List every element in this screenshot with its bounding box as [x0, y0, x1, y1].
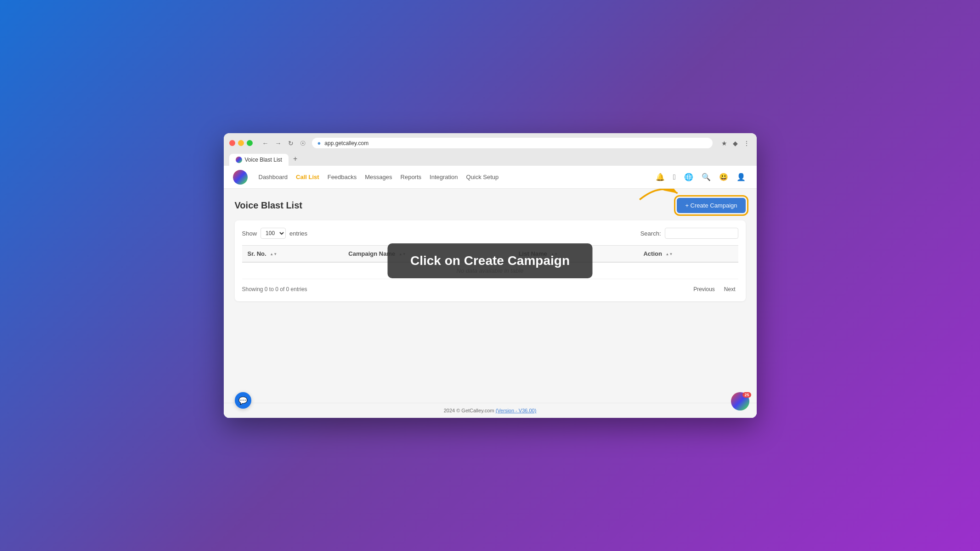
sort-arrows-sr: ▲▼	[270, 252, 277, 256]
site-favicon: ●	[317, 140, 321, 146]
search-icon[interactable]: 🔍	[700, 171, 713, 183]
tab-bar: Voice Blast List +	[229, 152, 751, 166]
address-text: app.getcalley.com	[324, 140, 368, 146]
traffic-lights	[229, 140, 253, 146]
nav-feedbacks[interactable]: Feedbacks	[328, 172, 357, 182]
pagination: Previous Next	[691, 285, 738, 294]
home-button[interactable]: ☉	[298, 139, 308, 148]
table-card: Show 100 50 25 10 entries Search:	[235, 220, 746, 301]
chat-icon: 💬	[238, 396, 248, 405]
showing-text: Showing 0 to 0 of 0 entries	[242, 286, 307, 292]
bell-icon[interactable]: 😃	[717, 171, 730, 183]
address-bar[interactable]: ● app.getcalley.com	[312, 138, 713, 148]
chat-widget[interactable]: 💬	[235, 392, 251, 409]
entries-label: entries	[289, 230, 307, 237]
active-tab[interactable]: Voice Blast List	[229, 154, 289, 166]
app-content: Dashboard Call List Feedbacks Messages R…	[224, 166, 757, 418]
browser-toolbar-icons: ★ ◆ ⋮	[720, 138, 751, 148]
new-tab-button[interactable]: +	[289, 152, 302, 166]
entries-select[interactable]: 100 50 25 10	[261, 228, 286, 239]
search-input[interactable]	[665, 228, 738, 239]
minimize-window-button[interactable]	[238, 140, 244, 146]
nav-messages[interactable]: Messages	[365, 172, 392, 182]
create-campaign-wrapper: + Create Campaign	[677, 198, 745, 213]
previous-button[interactable]: Previous	[691, 285, 718, 294]
globe-icon[interactable]: 🌐	[682, 171, 695, 183]
nav-call-list[interactable]: Call List	[296, 172, 319, 182]
nav-reports[interactable]: Reports	[401, 172, 422, 182]
logo[interactable]	[233, 170, 248, 185]
no-data-cell: No data available in table	[242, 262, 738, 279]
tab-title: Voice Blast List	[245, 157, 282, 163]
sort-arrows-campaign: ▲▼	[399, 252, 406, 256]
user-icon[interactable]: 👤	[735, 171, 748, 183]
nav-quick-setup[interactable]: Quick Setup	[466, 172, 499, 182]
show-entries: Show 100 50 25 10 entries	[242, 228, 308, 239]
sort-arrows-action: ▲▼	[666, 252, 673, 256]
nav-integration[interactable]: Integration	[430, 172, 458, 182]
extensions-button[interactable]: ◆	[731, 138, 739, 148]
top-nav: Dashboard Call List Feedbacks Messages R…	[224, 166, 757, 189]
notifications-icon[interactable]: 🔔	[654, 171, 667, 183]
next-button[interactable]: Next	[721, 285, 738, 294]
col-sr-no: Sr. No. ▲▼	[242, 246, 343, 263]
table-controls: Show 100 50 25 10 entries Search:	[242, 228, 738, 239]
search-label: Search:	[640, 230, 661, 237]
table-header-row: Sr. No. ▲▼ Campaign Name ▲▼ List Name ▲▼	[242, 246, 738, 263]
forward-button[interactable]: →	[273, 139, 284, 148]
apple-icon[interactable]: 	[671, 171, 678, 183]
nav-links: Dashboard Call List Feedbacks Messages R…	[259, 172, 643, 182]
col-campaign-name: Campaign Name ▲▼	[343, 246, 513, 263]
footer-version: (Version - V36.00)	[496, 408, 537, 413]
main-area: Voice Blast List + Create Campaign	[224, 189, 757, 403]
col-list-name: List Name ▲▼	[513, 246, 638, 263]
browser-footer: 2024 © GetCalley.com (Version - V36.00)	[224, 403, 757, 418]
back-button[interactable]: ←	[260, 139, 271, 148]
search-area: Search:	[640, 228, 738, 239]
maximize-window-button[interactable]	[247, 140, 253, 146]
create-campaign-button[interactable]: + Create Campaign	[677, 198, 745, 213]
nav-dashboard[interactable]: Dashboard	[259, 172, 288, 182]
close-window-button[interactable]	[229, 140, 235, 146]
sort-arrows-list: ▲▼	[550, 252, 558, 256]
col-action: Action ▲▼	[638, 246, 738, 263]
footer-text: 2024 © GetCalley.com	[444, 408, 496, 413]
reload-button[interactable]: ↻	[286, 139, 296, 148]
menu-button[interactable]: ⋮	[742, 138, 751, 148]
nav-right-icons: 🔔  🌐 🔍 😃 👤	[654, 171, 748, 183]
calley-badge[interactable]: 25	[731, 392, 751, 412]
browser-chrome: ← → ↻ ☉ ● app.getcalley.com ★ ◆ ⋮ Voice …	[224, 133, 757, 166]
page-title: Voice Blast List	[235, 200, 302, 211]
show-label: Show	[242, 230, 257, 237]
table-footer: Showing 0 to 0 of 0 entries Previous Nex…	[242, 285, 738, 294]
page-header: Voice Blast List + Create Campaign	[235, 198, 746, 213]
tab-favicon	[236, 157, 242, 163]
badge-count: 25	[742, 392, 751, 398]
bookmark-button[interactable]: ★	[720, 138, 729, 148]
data-table: Sr. No. ▲▼ Campaign Name ▲▼ List Name ▲▼	[242, 245, 738, 279]
no-data-row: No data available in table	[242, 262, 738, 279]
browser-nav-buttons: ← → ↻ ☉	[260, 139, 308, 148]
